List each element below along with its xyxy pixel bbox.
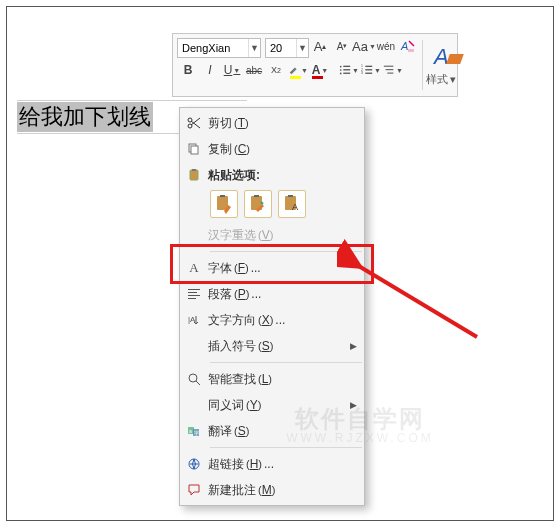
clear-formatting-button[interactable]: A	[398, 36, 418, 56]
font-color-button[interactable]: A ▼	[310, 60, 330, 80]
svg-rect-10	[365, 69, 372, 70]
menu-separator	[210, 362, 362, 363]
chevron-down-icon[interactable]: ▼	[296, 39, 308, 57]
paragraph-icon	[180, 287, 208, 301]
text-direction-icon: |A	[180, 313, 208, 327]
paste-merge-formatting-button[interactable]	[244, 190, 272, 218]
screenshot-frame: DengXian ▼ 20 ▼ A▴ A▾ Aa▼ wén A B I U▼	[6, 6, 554, 521]
shrink-font-button[interactable]: A▾	[332, 36, 352, 56]
copy-icon	[180, 142, 208, 156]
svg-rect-20	[190, 170, 198, 180]
svg-point-5	[340, 73, 342, 75]
menu-paste-options-header: 粘贴选项:	[180, 162, 364, 188]
svg-rect-6	[343, 73, 350, 74]
clipboard-icon	[180, 168, 208, 182]
bullets-button[interactable]: ▼	[339, 60, 359, 80]
svg-point-1	[340, 66, 342, 68]
menu-smart-lookup[interactable]: 智能查找(L)	[180, 366, 364, 392]
chevron-down-icon[interactable]: ▼	[248, 39, 260, 57]
font-icon: A	[180, 260, 208, 276]
menu-paragraph[interactable]: 段落(P)...	[180, 281, 364, 307]
strikethrough-button[interactable]: abc	[244, 60, 264, 80]
svg-rect-27	[288, 195, 293, 197]
phonetic-guide-button[interactable]: wén	[376, 36, 396, 56]
grow-font-button[interactable]: A▴	[310, 36, 330, 56]
chevron-right-icon: ▶	[350, 341, 364, 351]
menu-text-direction[interactable]: |A 文字方向(X)...	[180, 307, 364, 333]
ribbon-font-group: DengXian ▼ 20 ▼ A▴ A▾ Aa▼ wén A B I U▼	[172, 33, 458, 97]
menu-separator	[210, 251, 362, 252]
paste-text-only-button[interactable]: A	[278, 190, 306, 218]
multilevel-list-button[interactable]: ▼	[383, 60, 403, 80]
svg-text:A: A	[292, 202, 298, 212]
menu-copy[interactable]: 复制(C)	[180, 136, 364, 162]
svg-rect-12	[365, 73, 372, 74]
selected-text[interactable]: 给我加下划线	[17, 102, 153, 132]
subscript-button[interactable]: X2	[266, 60, 286, 80]
separator	[422, 40, 423, 90]
bold-button[interactable]: B	[178, 60, 198, 80]
styles-button[interactable]: A 样式▾	[426, 34, 457, 96]
menu-hyperlink[interactable]: 超链接(H)...	[180, 451, 364, 477]
menu-reconvert: 汉字重选(V)	[180, 222, 364, 248]
svg-rect-30	[188, 292, 197, 293]
menu-separator	[210, 447, 362, 448]
underline-button[interactable]: U▼	[222, 60, 242, 80]
paste-keep-source-button[interactable]	[210, 190, 238, 218]
svg-rect-21	[192, 169, 196, 171]
menu-cut[interactable]: 剪切(T)	[180, 110, 364, 136]
svg-point-34	[189, 374, 197, 382]
numbering-button[interactable]: 123▼	[361, 60, 381, 80]
menu-insert-symbol[interactable]: 插入符号(S) ▶	[180, 333, 364, 359]
svg-text:3: 3	[361, 71, 363, 75]
svg-rect-4	[343, 69, 350, 70]
svg-rect-29	[188, 289, 200, 290]
scissors-icon	[180, 116, 208, 130]
brush-icon	[446, 54, 464, 64]
watermark-url: WWW.RJZXW.COM	[167, 431, 553, 445]
search-icon	[180, 372, 208, 386]
svg-rect-13	[384, 66, 393, 67]
svg-text:A: A	[400, 40, 408, 52]
svg-rect-23	[220, 195, 225, 197]
font-name-value: DengXian	[178, 42, 248, 54]
svg-rect-19	[191, 146, 198, 154]
svg-rect-15	[387, 73, 393, 74]
link-icon	[180, 457, 208, 471]
svg-rect-32	[188, 298, 196, 299]
font-size-combo[interactable]: 20 ▼	[265, 38, 309, 58]
italic-button[interactable]: I	[200, 60, 220, 80]
change-case-button[interactable]: Aa▼	[354, 36, 374, 56]
context-menu: 剪切(T) 复制(C) 粘贴选项: A 汉字重选(V) A 字体(F)... 段…	[179, 107, 365, 506]
comment-icon	[180, 483, 208, 497]
menu-new-comment[interactable]: 新建批注(M)	[180, 477, 364, 503]
menu-font[interactable]: A 字体(F)...	[180, 255, 364, 281]
svg-rect-8	[365, 66, 372, 67]
highlight-button[interactable]: ▼	[288, 60, 308, 80]
font-size-value: 20	[266, 42, 296, 54]
svg-rect-31	[188, 295, 200, 296]
svg-rect-14	[386, 69, 394, 70]
svg-rect-2	[343, 66, 350, 67]
paste-options-row: A	[180, 188, 364, 222]
svg-rect-25	[254, 195, 259, 197]
svg-point-3	[340, 69, 342, 71]
font-name-combo[interactable]: DengXian ▼	[177, 38, 261, 58]
